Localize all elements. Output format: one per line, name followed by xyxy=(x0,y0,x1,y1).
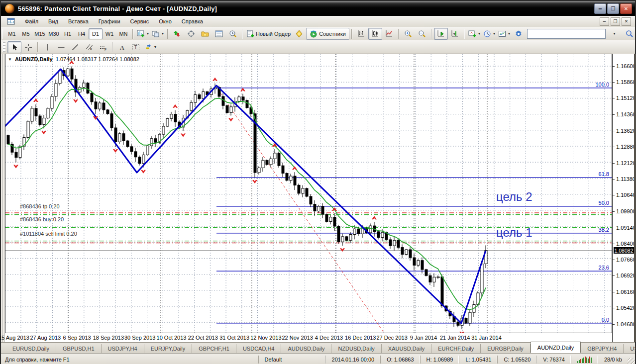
profiles-button[interactable]: ▾ xyxy=(150,28,165,40)
chart-tab-eurgbp[interactable]: EURGBP,Daily xyxy=(481,344,530,353)
timeframe-m30[interactable]: M30 xyxy=(47,28,61,39)
chart-tab-gbpjpy[interactable]: GBPJPY,H4 xyxy=(581,344,624,353)
menu-вставка[interactable]: Вставка xyxy=(63,17,94,26)
chevron-down-icon[interactable]: ▾ xyxy=(478,31,480,36)
zoom-in-button[interactable] xyxy=(401,28,415,40)
price-tick-mark xyxy=(613,98,615,98)
chart-tab-audusd[interactable]: AUDUSD,Daily xyxy=(281,344,331,353)
svg-text:цель 1: цель 1 xyxy=(496,226,532,239)
channel-button[interactable]: E xyxy=(82,41,96,53)
chart-minimize-button[interactable]: ━ xyxy=(600,17,609,26)
chart-tab-xauusd[interactable]: XAUUSD,Daily xyxy=(382,344,431,353)
timeframe-m5[interactable]: M5 xyxy=(19,28,33,39)
chart-restore-button[interactable]: ❐ xyxy=(611,17,620,26)
timeframe-h1[interactable]: H1 xyxy=(61,28,75,39)
zoom-out-button[interactable] xyxy=(415,28,429,40)
cursor-button[interactable] xyxy=(7,41,21,53)
price-tick-label: 1.10640 xyxy=(616,192,636,198)
chart-tab-nzdusd[interactable]: NZDUSD,Daily xyxy=(331,344,381,353)
timeframe-m1[interactable]: M1 xyxy=(5,28,19,39)
timeframe-mn[interactable]: MN xyxy=(116,28,130,39)
status-cell: V: 76374 xyxy=(536,356,571,364)
chevron-down-icon[interactable]: ▾ xyxy=(162,31,164,36)
settings-gear-icon[interactable] xyxy=(512,28,526,40)
price-chart[interactable]: 100.061.850.038.223.60.0#868436 tp 0.20#… xyxy=(5,54,612,333)
советники-button[interactable]: Советники xyxy=(306,28,349,40)
close-button[interactable]: ✕ xyxy=(620,3,632,14)
tester-button[interactable] xyxy=(226,28,240,40)
price-tick-mark xyxy=(613,163,615,164)
toolbar-drag-handle[interactable] xyxy=(2,42,5,52)
toolbar-groups: ▾▾Новый ОрдерСоветники▾▾▾ xyxy=(135,28,512,40)
bar-chart-button[interactable] xyxy=(354,28,368,40)
svg-text:0.0: 0.0 xyxy=(602,317,609,323)
search-area: ▾ 4 xyxy=(512,28,636,40)
menu-справка[interactable]: Справка xyxy=(177,17,208,26)
fibo-button[interactable]: F xyxy=(96,41,110,53)
navigator-button[interactable] xyxy=(198,28,212,40)
price-tick-mark xyxy=(613,275,615,276)
resize-grip[interactable] xyxy=(628,358,635,364)
new-chart-button[interactable]: ▾ xyxy=(135,28,150,40)
label-button[interactable]: T xyxy=(129,41,143,53)
chart-tab-eurjpy[interactable]: EURJPY,Daily xyxy=(144,344,193,353)
chevron-down-icon[interactable]: ▾ xyxy=(508,31,510,36)
chart-tab-audnzd[interactable]: AUDNZD,Daily xyxy=(530,342,581,353)
collapse-triangle-icon[interactable]: ▼ xyxy=(8,57,12,62)
menu-файл[interactable]: Файл xyxy=(20,17,43,26)
date-tick-label: 22 Oct 2013 xyxy=(188,335,218,341)
menu-графики[interactable]: Графики xyxy=(94,17,125,26)
status-profile[interactable]: Default xyxy=(258,356,325,364)
text-button[interactable]: A xyxy=(115,41,129,53)
periods-button[interactable]: ▾ xyxy=(482,28,497,40)
toolbar-drag-handle[interactable] xyxy=(2,29,3,39)
новый-ордер-button[interactable]: Новый Ордер xyxy=(245,28,292,40)
terminal-button[interactable] xyxy=(212,28,226,40)
search-input[interactable] xyxy=(527,29,606,39)
autoscroll-button[interactable] xyxy=(434,28,448,40)
chevron-down-icon[interactable]: ▾ xyxy=(493,31,495,36)
menu-вид[interactable]: Вид xyxy=(43,17,63,26)
timeframe-m15[interactable]: M15 xyxy=(33,28,47,39)
svg-text:23.6: 23.6 xyxy=(599,265,609,271)
chart-close-button[interactable]: ✕ xyxy=(622,17,631,26)
chart-tab-usdjpy[interactable]: USDJPY,H4 xyxy=(102,344,144,353)
chart-shift-button[interactable] xyxy=(448,28,462,40)
chart-tab-usdchf[interactable]: USDCHF,H4 xyxy=(624,344,636,353)
metaeditor-button[interactable] xyxy=(292,28,306,40)
chart-tab-gbpusd[interactable]: GBPUSD,H1 xyxy=(56,344,102,353)
price-axis[interactable]: 1.08082 1.166001.158601.151201.143601.13… xyxy=(612,54,635,342)
market-watch-button[interactable] xyxy=(170,28,184,40)
shapes-button[interactable]: ▾ xyxy=(143,41,158,53)
menu-окно[interactable]: Окно xyxy=(154,17,177,26)
crosshair-button[interactable] xyxy=(21,41,35,53)
line-chart-button[interactable] xyxy=(382,28,396,40)
menu-сервис[interactable]: Сервис xyxy=(125,17,154,26)
window-right-border xyxy=(634,54,636,342)
restore-button[interactable]: ❐ xyxy=(607,3,619,14)
chart-tab-usdcad[interactable]: USDCAD,H4 xyxy=(236,344,282,353)
chevron-down-icon[interactable]: ▾ xyxy=(147,31,149,36)
chart-symbol-header[interactable]: ▼ AUDNZD,Daily 1.07464 1.08317 1.07264 1… xyxy=(8,56,139,62)
templates-button[interactable]: ▾ xyxy=(497,28,512,40)
trendline-button[interactable] xyxy=(68,41,82,53)
indicators-button[interactable]: ▾ xyxy=(467,28,482,40)
vline-button[interactable] xyxy=(40,41,54,53)
chart-tab-eurusd[interactable]: EURUSD,Daily xyxy=(6,344,56,353)
chart-window-left-border[interactable] xyxy=(1,54,5,342)
chart-tab-eurchf[interactable]: EURCHF,Daily xyxy=(431,344,481,353)
hline-button[interactable] xyxy=(54,41,68,53)
chart-tab-gbpchf[interactable]: GBPCHF,H1 xyxy=(192,344,236,353)
search-go-icon[interactable] xyxy=(623,28,636,40)
time-axis[interactable]: 15 Aug 201327 Aug 20136 Sep 201318 Sep 2… xyxy=(5,333,612,342)
candlestick-button[interactable] xyxy=(368,28,382,40)
timeframe-d1[interactable]: D1 xyxy=(89,28,103,39)
timeframe-h4[interactable]: H4 xyxy=(75,28,89,39)
status-cell: L: 1.05431 xyxy=(459,356,497,364)
chevron-down-icon[interactable]: ▾ xyxy=(154,45,156,49)
search-dropdown[interactable]: ▾ xyxy=(607,28,621,39)
svg-text:#868436 buy 0.20: #868436 buy 0.20 xyxy=(20,216,64,222)
timeframe-w1[interactable]: W1 xyxy=(103,28,116,39)
data-window-button[interactable] xyxy=(184,28,198,40)
minimize-button[interactable]: ━ xyxy=(594,3,606,14)
